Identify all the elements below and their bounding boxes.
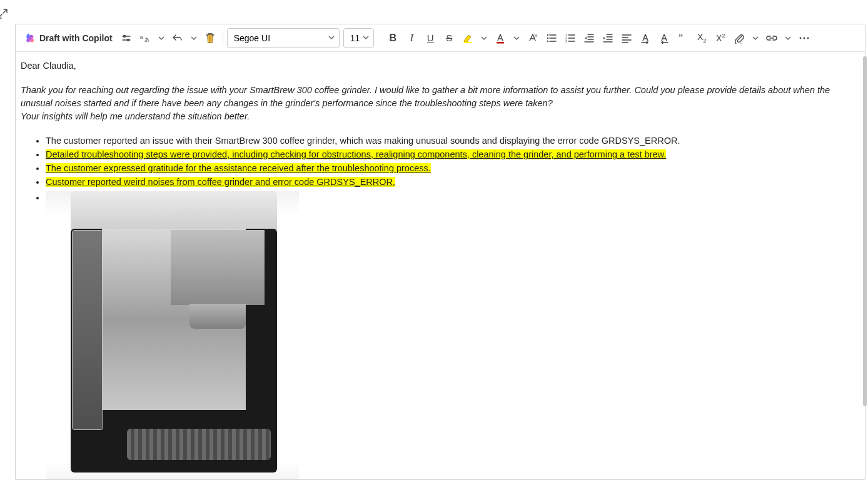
italic-button[interactable]: I: [403, 28, 420, 48]
svg-rect-6: [497, 42, 504, 44]
summary-bullet-item: Customer reported weird noises from coff…: [46, 176, 860, 189]
format-toolbar: Draft with Copilot aあ Segoe UI: [16, 24, 865, 52]
summary-bullet-item: Detailed troubleshooting steps were prov…: [46, 148, 860, 161]
attach-button[interactable]: [730, 28, 748, 48]
quote-button[interactable]: ”: [674, 28, 692, 48]
link-more[interactable]: [782, 28, 794, 48]
collapse-editor-icon[interactable]: [0, 4, 11, 24]
attach-more[interactable]: [749, 28, 762, 48]
more-options-button[interactable]: [795, 28, 813, 48]
bold-button[interactable]: B: [384, 28, 401, 48]
vertical-scrollbar[interactable]: [863, 56, 867, 406]
underline-button[interactable]: U: [421, 28, 439, 48]
summary-bullet-item: The customer expressed gratitude for the…: [46, 162, 860, 175]
svg-point-7: [547, 34, 548, 35]
decrease-indent-button[interactable]: [580, 28, 598, 48]
svg-text:あ: あ: [144, 37, 149, 42]
font-color-more[interactable]: [510, 28, 523, 48]
undo-button[interactable]: [169, 28, 186, 48]
svg-text:a: a: [140, 34, 143, 40]
editor-language-button[interactable]: aあ: [136, 28, 154, 48]
copilot-options-button[interactable]: [118, 28, 135, 48]
intro-paragraph: Thank you for reaching out regarding the…: [21, 84, 846, 123]
highlight-button[interactable]: [459, 28, 477, 48]
svg-point-8: [547, 37, 548, 38]
editor-language-more[interactable]: [155, 28, 168, 48]
svg-text:”: ”: [679, 32, 683, 43]
svg-point-15: [804, 37, 805, 39]
numbered-list-button[interactable]: 123: [562, 28, 579, 48]
image-list-item: [46, 191, 860, 479]
svg-rect-5: [463, 42, 472, 43]
svg-text:3: 3: [565, 39, 567, 43]
copilot-button[interactable]: Draft with Copilot: [21, 28, 116, 48]
subscript-button[interactable]: X2: [693, 28, 710, 48]
toolbar-divider: [223, 31, 223, 46]
svg-point-16: [807, 37, 809, 39]
delete-button[interactable]: [201, 28, 219, 48]
strikethrough-button[interactable]: S: [440, 28, 458, 48]
greeting-text: Dear Claudia,: [21, 59, 860, 72]
bullet-list-button[interactable]: [543, 28, 560, 48]
email-body-editor[interactable]: Dear Claudia, Thank you for reaching out…: [16, 52, 865, 479]
increase-indent-button[interactable]: [599, 28, 617, 48]
summary-bullet-list: The customer reported an issue with thei…: [21, 134, 860, 189]
svg-point-14: [800, 37, 802, 39]
ltr-button[interactable]: [637, 28, 654, 48]
font-family-value: Segoe UI: [234, 33, 270, 43]
copilot-label: Draft with Copilot: [39, 33, 113, 43]
rtl-button[interactable]: [655, 28, 673, 48]
summary-bullet-item: The customer reported an issue with thei…: [46, 134, 860, 148]
product-image[interactable]: [46, 191, 299, 479]
editor-frame: Draft with Copilot aあ Segoe UI: [15, 24, 865, 480]
font-family-select[interactable]: Segoe UI: [227, 28, 340, 48]
svg-point-9: [547, 40, 548, 41]
undo-more[interactable]: [188, 28, 200, 48]
intro-line-2: Your insights will help me understand th…: [21, 111, 250, 121]
font-size-select[interactable]: 11: [343, 28, 375, 48]
align-button[interactable]: [618, 28, 635, 48]
clear-formatting-button[interactable]: [524, 28, 542, 48]
font-color-button[interactable]: [492, 28, 509, 48]
superscript-button[interactable]: X2: [712, 28, 729, 48]
link-button[interactable]: [763, 28, 780, 48]
highlight-more[interactable]: [478, 28, 490, 48]
intro-line-1: Thank you for reaching out regarding the…: [21, 85, 830, 108]
font-size-value: 11: [350, 33, 360, 43]
